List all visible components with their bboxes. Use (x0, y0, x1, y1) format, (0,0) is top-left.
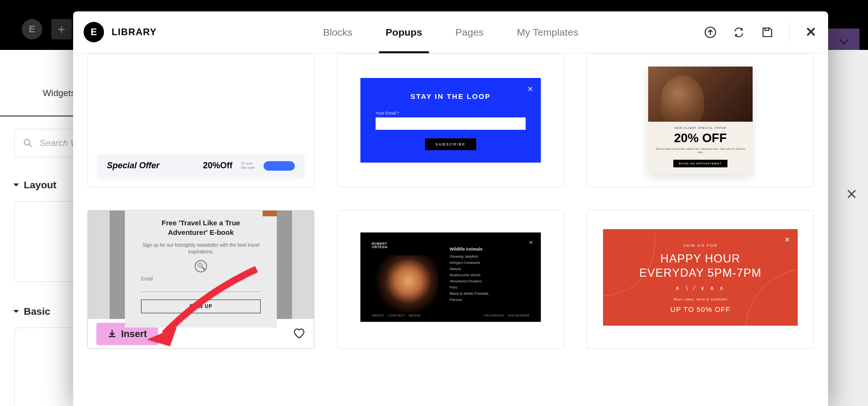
list-item: Glowing Jellyfish (450, 254, 529, 259)
svg-line-1 (29, 145, 32, 147)
list-item: Pets (450, 285, 529, 290)
library-header: E LIBRARY Blocks Popups Pages My Templat… (73, 11, 828, 53)
elementor-logo-icon: E (22, 19, 42, 39)
template-card-travel-ebook[interactable]: Free 'Travel Like a TrueAdventurer' E-bo… (87, 210, 314, 349)
close-icon: ✕ (528, 239, 533, 246)
list-item: Nature (450, 267, 529, 271)
list-item: Structured Flowers (450, 279, 529, 283)
preview: ✕ STAY IN THE LOOP Your Email * SUBSCRIB… (360, 78, 541, 163)
template-card-dark-gallery[interactable]: ✕ ROBERTORTEGA Wildlife Animals Glowing … (337, 210, 564, 349)
template-card-happy-hour[interactable]: ✕ JOIN US FOR HAPPY HOUREVERYDAY 5PM-7PM… (587, 210, 814, 349)
close-icon (263, 210, 277, 216)
preview: ✕ ROBERTORTEGA Wildlife Animals Glowing … (360, 232, 541, 322)
tab-popups[interactable]: Popups (386, 11, 422, 53)
library-body: Special Offer 20%Off On yourfirst order … (73, 53, 828, 406)
jellyfish-image (372, 255, 438, 312)
tab-pages[interactable]: Pages (455, 11, 484, 53)
divider (789, 23, 789, 42)
upload-icon[interactable] (703, 25, 717, 39)
close-icon: ✕ (527, 85, 533, 94)
library-logo-icon: E (84, 22, 104, 42)
add-element-button[interactable]: + (51, 19, 72, 39)
search-icon (23, 138, 33, 148)
svg-rect-5 (765, 28, 769, 30)
close-icon: ✕ (784, 236, 790, 243)
list-item: Winged Creatures (450, 261, 529, 265)
template-card-stay-in-loop[interactable]: ✕ STAY IN THE LOOP Your Email * SUBSCRIB… (337, 53, 564, 187)
list-item: Parrots (450, 298, 529, 302)
download-icon (108, 329, 116, 338)
library-title: LIBRARY (112, 27, 157, 38)
close-library-icon[interactable]: ✕ (803, 25, 818, 39)
signup-pill (264, 161, 295, 171)
preview: Free 'Travel Like a TrueAdventurer' E-bo… (125, 210, 277, 328)
preview: Special Offer 20%Off On yourfirst order (97, 154, 304, 177)
close-panel-icon[interactable]: ✕ (846, 186, 858, 203)
tab-my-templates[interactable]: My Templates (517, 11, 578, 53)
preview: ✕ JOIN US FOR HAPPY HOUREVERYDAY 5PM-7PM… (603, 229, 798, 326)
library-modal: E LIBRARY Blocks Popups Pages My Templat… (73, 11, 828, 406)
list-item: Mushrooms World (450, 273, 529, 277)
publish-caret-icon[interactable] (835, 33, 853, 51)
save-icon[interactable] (760, 25, 774, 39)
library-tabs: Blocks Popups Pages My Templates (323, 11, 578, 53)
preview: NEW CLIENT SPECIAL OFFER 20% OFF Morbi l… (648, 67, 753, 174)
list-item: Black & White Portraits (450, 291, 529, 296)
template-card-20-off[interactable]: NEW CLIENT SPECIAL OFFER 20% OFF Morbi l… (587, 53, 814, 187)
sync-icon[interactable] (732, 25, 746, 39)
favorite-icon[interactable] (293, 328, 305, 339)
template-card-special-offer[interactable]: Special Offer 20%Off On yourfirst order (87, 53, 314, 187)
tab-blocks[interactable]: Blocks (323, 11, 352, 53)
magnify-icon: 🔍 (195, 260, 207, 272)
svg-point-0 (24, 139, 30, 145)
